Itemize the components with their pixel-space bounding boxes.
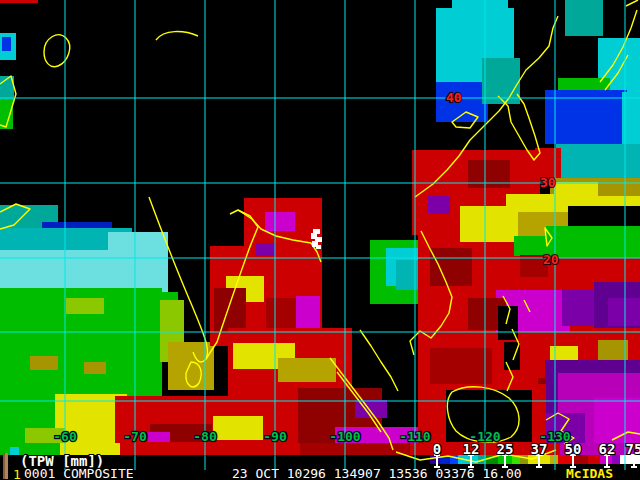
mcidas-brand: McIDAS [566, 466, 613, 480]
tpw-region [148, 432, 170, 442]
lon-label: -70 [123, 429, 147, 444]
lat-label: 30 [540, 175, 556, 190]
lat-label: 40 [446, 90, 462, 105]
satellite-image-display[interactable]: -60-70-80-90-100-110-120-130 403020 0122… [0, 0, 640, 480]
lon-label: -80 [193, 429, 217, 444]
colorbar-value-label: 75 [626, 441, 640, 457]
colorbar-tick-serif [536, 466, 542, 468]
tpw-region [598, 178, 640, 196]
tpw-region [0, 0, 38, 3]
colorbar-tick-serif [631, 466, 637, 468]
tpw-region [546, 226, 640, 258]
tpw-region [120, 443, 300, 455]
tpw-region [108, 232, 168, 294]
tpw-region [608, 298, 640, 326]
colorbar-value-label: 62 [599, 441, 616, 457]
tpw-region [300, 443, 410, 455]
lon-label: -60 [53, 429, 77, 444]
lon-label: -90 [263, 429, 287, 444]
tpw-region [556, 144, 640, 182]
tpw-region [594, 398, 640, 443]
tpw-region [84, 362, 106, 374]
image-datetime-label: 23 OCT 10296 134907 13536 03376 16.00 [232, 466, 522, 480]
tpw-region [214, 288, 246, 332]
data-chip [10, 447, 19, 455]
tpw-region [428, 196, 450, 214]
tpw-region [482, 58, 520, 104]
tpw-region [213, 416, 263, 440]
tpw-region [565, 0, 603, 36]
tpw-region [452, 0, 508, 12]
image-id-label: 0001 COMPOSITE [24, 466, 134, 480]
colorbar-value-label: 37 [531, 441, 548, 457]
colorbar-value-label: 0 [433, 441, 441, 457]
tpw-region [66, 298, 104, 314]
frame-number: 1 [13, 467, 21, 480]
lon-label: -100 [329, 429, 360, 444]
tpw-region [468, 160, 510, 188]
tpw-region [30, 356, 58, 370]
lon-label: -110 [399, 429, 430, 444]
colorbar-segment [520, 455, 528, 464]
tpw-region [2, 37, 11, 51]
colorbar-value-label: 12 [463, 441, 480, 457]
colorbar-segment [550, 455, 558, 464]
mcidas-window: -60-70-80-90-100-110-120-130 403020 0122… [0, 0, 640, 480]
cursor-bar-shadow [3, 453, 5, 479]
tpw-region [430, 348, 492, 390]
colorbar-value-label: 50 [565, 441, 582, 457]
colorbar-value-label: 25 [497, 441, 514, 457]
tpw-region [278, 358, 336, 382]
tpw-region [256, 243, 276, 256]
tpw-region [436, 82, 488, 122]
tpw-region [265, 212, 295, 231]
tpw-region [430, 248, 472, 286]
lat-label: 20 [543, 252, 559, 267]
storm-marker-pixel [316, 245, 321, 249]
